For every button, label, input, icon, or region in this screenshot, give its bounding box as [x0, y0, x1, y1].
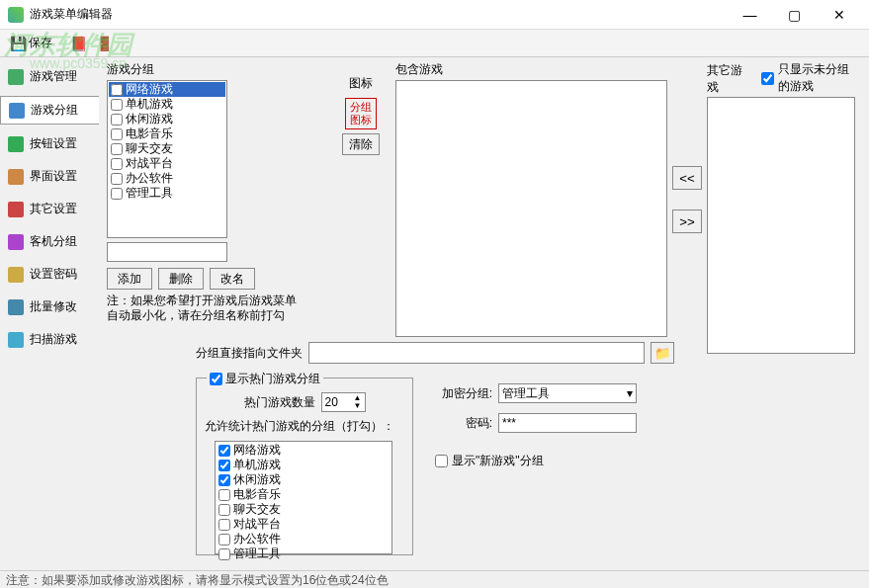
- sidebar-label: 按钮设置: [30, 135, 77, 152]
- other-listbox[interactable]: [707, 97, 855, 354]
- sidebar-item-2[interactable]: 按钮设置: [0, 130, 99, 157]
- list-item[interactable]: 单机游戏: [109, 97, 225, 112]
- other-label: 其它游戏: [707, 62, 745, 96]
- rename-button[interactable]: 改名: [210, 268, 255, 290]
- sidebar-item-4[interactable]: 其它设置: [0, 196, 99, 222]
- group-listbox[interactable]: 网络游戏单机游戏休闲游戏电影音乐聊天交友对战平台办公软件管理工具: [107, 80, 227, 238]
- sidebar-item-8[interactable]: 扫描游戏: [0, 326, 99, 353]
- sidebar-icon: [8, 69, 24, 85]
- content-panel: 游戏分组 网络游戏单机游戏休闲游戏电影音乐聊天交友对战平台办公软件管理工具 添加…: [99, 57, 869, 570]
- show-new-label: 显示"新游戏"分组: [452, 453, 544, 469]
- minimize-button[interactable]: —: [728, 1, 772, 29]
- sidebar-icon: [8, 299, 24, 315]
- sidebar-label: 界面设置: [30, 168, 77, 185]
- list-item[interactable]: 单机游戏: [217, 458, 391, 472]
- save-label: 保存: [29, 35, 52, 51]
- folder-input[interactable]: [308, 342, 645, 364]
- list-item[interactable]: 聊天交友: [217, 502, 391, 517]
- hot-listbox[interactable]: 网络游戏单机游戏休闲游戏电影音乐聊天交友对战平台办公软件管理工具: [215, 441, 392, 554]
- sidebar-icon: [8, 332, 24, 348]
- encrypt-group-label: 加密分组:: [435, 385, 492, 402]
- encrypt-group-value: 管理工具: [502, 385, 550, 402]
- group-note: 注：如果您希望打开游戏后游戏菜单自动最小化，请在分组名称前打勾: [107, 294, 304, 323]
- list-item[interactable]: 办公软件: [109, 171, 225, 186]
- list-item[interactable]: 休闲游戏: [109, 112, 225, 126]
- titlebar: 游戏菜单编辑器 — ▢ ✕: [0, 0, 869, 30]
- list-item[interactable]: 休闲游戏: [217, 472, 391, 487]
- show-new-checkbox[interactable]: [435, 455, 448, 467]
- group-name-input[interactable]: [107, 242, 227, 262]
- list-item[interactable]: 办公软件: [217, 532, 391, 546]
- icon-preview[interactable]: 分组图标: [345, 98, 377, 129]
- sidebar-label: 其它设置: [30, 201, 77, 217]
- sidebar-icon: [8, 202, 24, 217]
- maximize-button[interactable]: ▢: [772, 1, 817, 29]
- list-item[interactable]: 管理工具: [109, 186, 225, 201]
- sidebar-label: 游戏分组: [31, 102, 78, 119]
- status-bar: 注意：如果要添加或修改游戏图标，请将显示模式设置为16位色或24位色: [0, 570, 869, 588]
- list-item[interactable]: 对战平台: [109, 156, 225, 171]
- toolbar: 💾 保存 📕 🚪: [0, 30, 869, 57]
- sidebar-icon: [9, 103, 25, 119]
- password-label: 密码:: [435, 415, 492, 432]
- save-button[interactable]: 💾 保存: [6, 33, 56, 53]
- app-icon: [8, 7, 24, 23]
- save-icon: 💾: [10, 36, 26, 51]
- sidebar-label: 批量修改: [30, 298, 77, 315]
- folder-icon: 📁: [654, 346, 671, 361]
- close-button[interactable]: ✕: [817, 1, 861, 29]
- sidebar-icon: [8, 136, 24, 152]
- exit-button[interactable]: 🚪: [92, 34, 116, 53]
- delete-button[interactable]: 删除: [158, 268, 204, 290]
- move-right-button[interactable]: >>: [672, 210, 702, 233]
- spinner-icon: ▲▼: [354, 394, 362, 410]
- include-label: 包含游戏: [395, 61, 667, 78]
- hot-count-spinner[interactable]: 20 ▲▼: [321, 392, 366, 412]
- hot-fieldset: 显示热门游戏分组 热门游戏数量 20 ▲▼ 允许统计热门游戏的分组（打勾）： 网…: [196, 378, 413, 555]
- exit-icon: 🚪: [96, 36, 112, 51]
- hot-count-value: 20: [325, 395, 338, 409]
- group-label: 游戏分组: [107, 61, 304, 78]
- sidebar-item-3[interactable]: 界面设置: [0, 163, 99, 190]
- sidebar-icon: [8, 267, 24, 283]
- list-item[interactable]: 电影音乐: [217, 487, 391, 502]
- chevron-down-icon: ▾: [627, 386, 633, 400]
- sidebar-item-6[interactable]: 设置密码: [0, 261, 99, 288]
- sidebar-item-0[interactable]: 游戏管理: [0, 63, 99, 90]
- encrypt-group-select[interactable]: 管理工具 ▾: [498, 383, 637, 403]
- add-button[interactable]: 添加: [107, 268, 152, 290]
- folder-label: 分组直接指向文件夹: [196, 345, 303, 362]
- sidebar: 游戏管理游戏分组按钮设置界面设置其它设置客机分组设置密码批量修改扫描游戏: [0, 57, 99, 570]
- sidebar-label: 扫描游戏: [30, 331, 77, 348]
- show-ungrouped-label: 只显示未分组的游戏: [778, 61, 860, 95]
- list-item[interactable]: 网络游戏: [109, 82, 225, 97]
- hot-count-label: 热门游戏数量: [244, 394, 315, 411]
- window-title: 游戏菜单编辑器: [30, 6, 728, 23]
- list-item[interactable]: 聊天交友: [109, 141, 225, 156]
- sidebar-label: 客机分组: [30, 233, 77, 250]
- show-hot-label: 显示热门游戏分组: [225, 371, 320, 387]
- sidebar-item-7[interactable]: 批量修改: [0, 294, 99, 320]
- list-item[interactable]: 网络游戏: [217, 443, 391, 458]
- sidebar-item-5[interactable]: 客机分组: [0, 228, 99, 255]
- password-input[interactable]: [498, 413, 637, 433]
- show-hot-checkbox[interactable]: [210, 373, 222, 385]
- sidebar-label: 游戏管理: [30, 68, 77, 85]
- book-icon: 📕: [70, 36, 86, 51]
- browse-folder-button[interactable]: 📁: [651, 342, 674, 364]
- move-left-button[interactable]: <<: [672, 166, 702, 190]
- sidebar-icon: [8, 169, 24, 185]
- help-button[interactable]: 📕: [66, 34, 90, 53]
- sidebar-label: 设置密码: [30, 266, 77, 283]
- hot-allow-label: 允许统计热门游戏的分组（打勾）：: [205, 418, 404, 435]
- sidebar-item-1[interactable]: 游戏分组: [0, 96, 99, 125]
- icon-label: 图标: [349, 75, 373, 92]
- clear-icon-button[interactable]: 清除: [342, 133, 380, 155]
- list-item[interactable]: 对战平台: [217, 517, 391, 532]
- list-item[interactable]: 管理工具: [217, 546, 391, 561]
- show-ungrouped-checkbox[interactable]: 只显示未分组的游戏: [761, 61, 860, 95]
- include-listbox[interactable]: [395, 80, 667, 337]
- sidebar-icon: [8, 234, 24, 250]
- list-item[interactable]: 电影音乐: [109, 126, 225, 141]
